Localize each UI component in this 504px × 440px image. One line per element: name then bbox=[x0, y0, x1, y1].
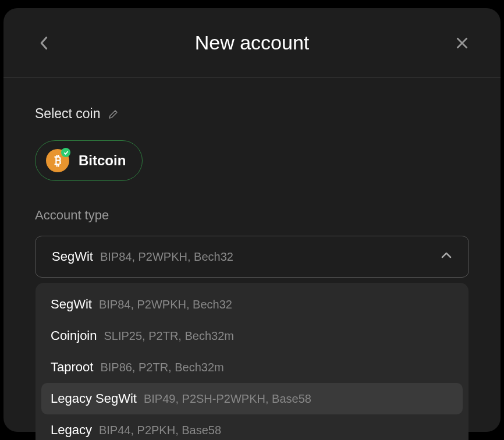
account-type-option[interactable]: TaprootBIP86, P2TR, Bech32m bbox=[41, 352, 463, 383]
coin-name: Bitcoin bbox=[79, 152, 126, 169]
option-secondary: BIP86, P2TR, Bech32m bbox=[100, 361, 223, 374]
option-secondary: SLIP25, P2TR, Bech32m bbox=[104, 329, 234, 343]
option-primary: Legacy bbox=[51, 423, 92, 438]
close-icon bbox=[456, 37, 468, 49]
option-secondary: BIP84, P2WPKH, Bech32 bbox=[99, 298, 232, 311]
account-type-label: Account type bbox=[35, 208, 469, 223]
select-primary: SegWit bbox=[52, 249, 93, 264]
modal-title: New account bbox=[195, 31, 310, 54]
option-primary: SegWit bbox=[51, 297, 92, 312]
account-type-option[interactable]: SegWitBIP84, P2WPKH, Bech32 bbox=[41, 289, 463, 320]
chevron-left-icon bbox=[40, 36, 49, 50]
coin-icon-wrap: ₿ bbox=[46, 149, 69, 172]
chevron-up-icon bbox=[441, 251, 452, 262]
close-button[interactable] bbox=[454, 35, 470, 51]
coin-chip-bitcoin[interactable]: ₿ Bitcoin bbox=[35, 140, 143, 181]
option-primary: Taproot bbox=[51, 360, 93, 375]
check-badge bbox=[61, 148, 70, 157]
account-type-select[interactable]: SegWit BIP84, P2WPKH, Bech32 SegWitBIP84… bbox=[35, 236, 469, 278]
check-icon bbox=[63, 150, 69, 155]
select-secondary: BIP84, P2WPKH, Bech32 bbox=[100, 250, 233, 264]
option-primary: Coinjoin bbox=[51, 328, 97, 343]
option-primary: Legacy SegWit bbox=[51, 391, 137, 406]
account-type-option[interactable]: LegacyBIP44, P2PKH, Base58 bbox=[41, 414, 463, 440]
back-button[interactable] bbox=[36, 35, 52, 51]
select-coin-text: Select coin bbox=[35, 106, 101, 122]
edit-icon[interactable] bbox=[109, 109, 118, 119]
account-type-option[interactable]: Legacy SegWitBIP49, P2SH-P2WPKH, Base58 bbox=[41, 383, 463, 414]
account-type-dropdown: SegWitBIP84, P2WPKH, Bech32CoinjoinSLIP2… bbox=[36, 283, 468, 440]
select-value: SegWit BIP84, P2WPKH, Bech32 bbox=[52, 249, 233, 264]
new-account-modal: New account Select coin ₿ Bitcoin Accoun… bbox=[3, 8, 501, 432]
option-secondary: BIP44, P2PKH, Base58 bbox=[99, 424, 221, 437]
account-type-option[interactable]: CoinjoinSLIP25, P2TR, Bech32m bbox=[41, 320, 463, 352]
modal-header: New account bbox=[3, 8, 501, 78]
option-secondary: BIP49, P2SH-P2WPKH, Base58 bbox=[144, 392, 311, 406]
select-coin-label: Select coin bbox=[35, 106, 469, 122]
modal-content: Select coin ₿ Bitcoin Account type SegWi… bbox=[3, 78, 501, 432]
